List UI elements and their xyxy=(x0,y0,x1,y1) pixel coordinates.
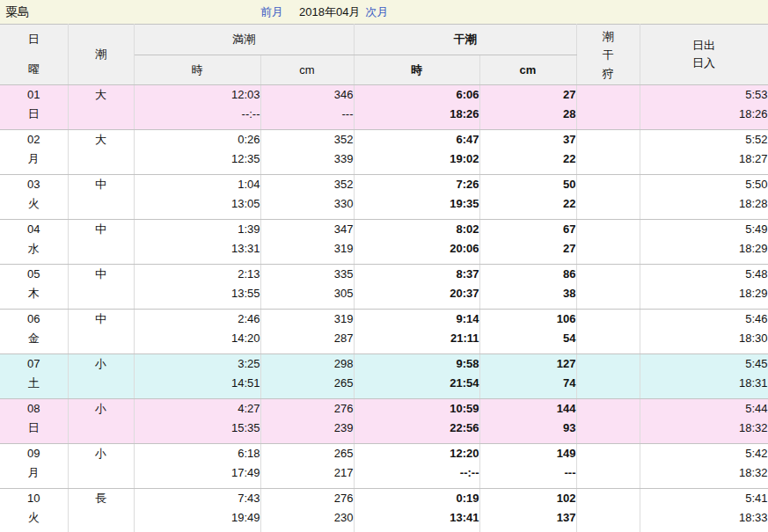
header-shiohigari-char: 潮 xyxy=(577,27,640,46)
date-cell: 04 水 xyxy=(0,220,68,265)
sunrise-sunset-cell: 5:49 18:29 xyxy=(640,220,768,265)
high-tide-time-1: 12:03 xyxy=(135,85,260,105)
high-tide-time-cell: 0:26 12:35 xyxy=(134,130,260,175)
low-tide-time-1: 12:20 xyxy=(355,444,479,463)
low-tide-time-2: 20:06 xyxy=(355,239,479,259)
high-tide-cm-2: 330 xyxy=(261,194,354,214)
high-tide-level-cell: 276 239 xyxy=(260,399,354,444)
sunrise-sunset-cell: 5:53 18:26 xyxy=(640,85,768,130)
sunrise-time: 5:44 xyxy=(640,399,768,419)
low-tide-time-cell: 9:58 21:54 xyxy=(354,354,479,399)
high-tide-time-cell: 6:18 17:49 xyxy=(134,444,260,489)
high-tide-time-1: 1:04 xyxy=(135,175,260,194)
high-tide-cm-1: 347 xyxy=(261,220,354,239)
tide-table: 日 曜 潮 満潮 干潮 潮 干 狩 日出 日入 時 cm 時 cm 01 xyxy=(0,24,768,532)
sunset-time: 18:32 xyxy=(640,419,768,438)
high-tide-cm-2: 230 xyxy=(261,508,354,528)
low-tide-cm-2: 54 xyxy=(480,329,576,348)
high-tide-cm-1: 352 xyxy=(261,130,354,149)
high-tide-cm-2: 265 xyxy=(261,374,354,393)
low-tide-level-cell: 86 38 xyxy=(479,265,576,310)
header-tide-type: 潮 xyxy=(68,25,134,85)
header-high-tide-time: 時 xyxy=(134,55,260,85)
shiohigari-cell xyxy=(576,310,640,354)
header-weekday-label: 曜 xyxy=(0,55,68,84)
table-row: 08 日 小 4:27 15:35 276 239 10:59 22:56 14… xyxy=(0,399,768,444)
day-number: 08 xyxy=(0,399,68,419)
tide-table-header: 日 曜 潮 満潮 干潮 潮 干 狩 日出 日入 時 cm 時 cm xyxy=(0,25,768,85)
high-tide-cm-1: 298 xyxy=(261,354,354,374)
high-tide-cm-1: 335 xyxy=(261,265,354,284)
low-tide-time-2: 18:26 xyxy=(355,105,479,124)
sunset-time: 18:31 xyxy=(640,374,768,393)
low-tide-cm-2: 38 xyxy=(480,284,576,303)
tide-table-body: 01 日 大 12:03 --:-- 346 --- 6:06 18:26 27… xyxy=(0,85,768,532)
date-cell: 06 金 xyxy=(0,310,68,354)
high-tide-cm-2: 305 xyxy=(261,284,354,303)
low-tide-cm-2: 22 xyxy=(480,194,576,214)
date-cell: 03 火 xyxy=(0,175,68,220)
tide-type-cell: 中 xyxy=(68,265,134,310)
weekday-label: 金 xyxy=(0,329,68,348)
header-shiohigari-char: 干 xyxy=(577,46,640,64)
low-tide-level-cell: 106 54 xyxy=(479,310,576,354)
shiohigari-cell xyxy=(576,265,640,310)
sunrise-sunset-cell: 5:52 18:27 xyxy=(640,130,768,175)
high-tide-cm-2: 287 xyxy=(261,329,354,348)
high-tide-cm-1: 276 xyxy=(261,489,354,508)
table-row: 05 木 中 2:13 13:55 335 305 8:37 20:37 86 … xyxy=(0,265,768,310)
low-tide-cm-2: 137 xyxy=(480,508,576,528)
header-low-tide-cm: cm xyxy=(479,55,576,85)
table-row: 04 水 中 1:39 13:31 347 319 8:02 20:06 67 … xyxy=(0,220,768,265)
low-tide-time-cell: 8:37 20:37 xyxy=(354,265,479,310)
header-sunrise-label: 日出 xyxy=(640,37,768,55)
high-tide-time-2: 13:55 xyxy=(135,284,260,303)
low-tide-time-2: 20:37 xyxy=(355,284,479,303)
current-month-label: 2018年04月 xyxy=(299,4,360,20)
tide-type-cell: 中 xyxy=(68,310,134,354)
sunset-time: 18:30 xyxy=(640,329,768,348)
sunset-time: 18:26 xyxy=(640,105,768,124)
date-cell: 10 火 xyxy=(0,489,68,532)
tide-type-value: 中 xyxy=(69,265,134,284)
day-number: 10 xyxy=(0,489,68,508)
high-tide-level-cell: 298 265 xyxy=(260,354,354,399)
low-tide-time-cell: 12:20 --:-- xyxy=(354,444,479,489)
tide-type-value: 大 xyxy=(69,85,134,105)
low-tide-time-1: 6:47 xyxy=(355,130,479,149)
sunrise-sunset-cell: 5:42 18:32 xyxy=(640,444,768,489)
sunrise-time: 5:53 xyxy=(640,85,768,105)
weekday-label: 月 xyxy=(0,463,68,483)
shiohigari-cell xyxy=(576,175,640,220)
low-tide-time-2: 22:56 xyxy=(355,419,479,438)
low-tide-level-cell: 67 27 xyxy=(479,220,576,265)
header-high-tide: 満潮 xyxy=(134,25,354,55)
low-tide-cm-1: 50 xyxy=(480,175,576,194)
next-month-link[interactable]: 次月 xyxy=(365,4,388,20)
high-tide-cm-1: 265 xyxy=(261,444,354,463)
low-tide-time-2: 19:35 xyxy=(355,194,479,214)
low-tide-time-1: 6:06 xyxy=(355,85,479,105)
header-day-label: 日 xyxy=(0,25,68,55)
table-row: 01 日 大 12:03 --:-- 346 --- 6:06 18:26 27… xyxy=(0,85,768,130)
high-tide-time-cell: 7:43 19:49 xyxy=(134,489,260,532)
sunrise-sunset-cell: 5:45 18:31 xyxy=(640,354,768,399)
low-tide-level-cell: 127 74 xyxy=(479,354,576,399)
date-cell: 09 月 xyxy=(0,444,68,489)
shiohigari-cell xyxy=(576,444,640,489)
sunset-time: 18:28 xyxy=(640,194,768,214)
prev-month-link[interactable]: 前月 xyxy=(260,4,283,20)
date-cell: 08 日 xyxy=(0,399,68,444)
high-tide-time-1: 1:39 xyxy=(135,220,260,239)
weekday-label: 火 xyxy=(0,194,68,214)
low-tide-time-cell: 6:47 19:02 xyxy=(354,130,479,175)
low-tide-time-1: 8:02 xyxy=(355,220,479,239)
sunrise-time: 5:49 xyxy=(640,220,768,239)
low-tide-cm-2: --- xyxy=(480,463,576,483)
sunrise-time: 5:41 xyxy=(640,489,768,508)
sunset-time: 18:29 xyxy=(640,239,768,259)
tide-type-value: 中 xyxy=(69,220,134,239)
high-tide-time-cell: 4:27 15:35 xyxy=(134,399,260,444)
low-tide-time-cell: 0:19 13:41 xyxy=(354,489,479,532)
high-tide-time-1: 3:25 xyxy=(135,354,260,374)
